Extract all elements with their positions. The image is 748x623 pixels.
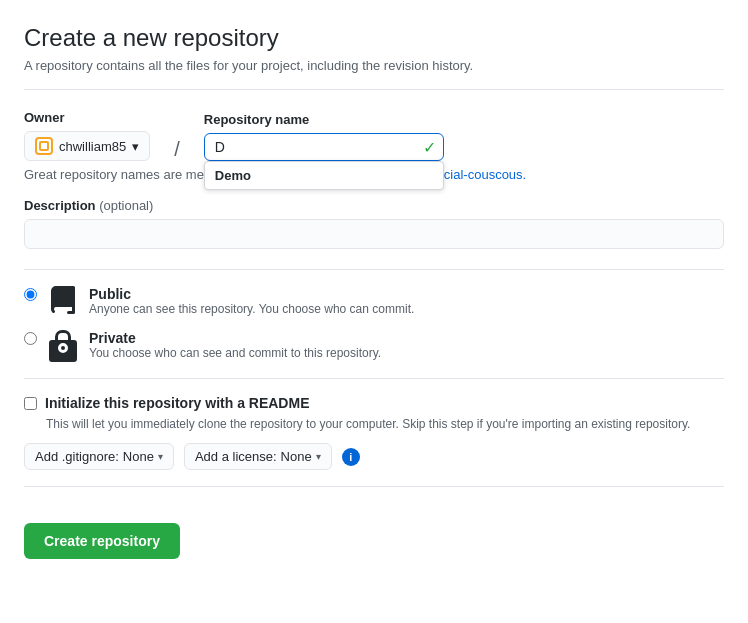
page-subtitle: A repository contains all the files for … xyxy=(24,58,724,73)
private-lock-icon xyxy=(47,330,79,362)
dropdown-row: Add .gitignore: None ▾ Add a license: No… xyxy=(24,443,724,470)
page-title: Create a new repository xyxy=(24,24,724,52)
init-description: This will let you immediately clone the … xyxy=(46,417,724,431)
valid-check-icon: ✓ xyxy=(423,138,436,157)
visibility-divider xyxy=(24,269,724,270)
init-checkbox[interactable] xyxy=(24,397,37,410)
description-label: Description (optional) xyxy=(24,198,724,213)
license-arrow: ▾ xyxy=(316,451,321,462)
private-sublabel: You choose who can see and commit to thi… xyxy=(89,346,381,360)
public-label: Public xyxy=(89,286,414,302)
header-divider xyxy=(24,89,724,90)
owner-dropdown[interactable]: chwilliam85 ▾ xyxy=(24,131,150,161)
public-book-icon xyxy=(47,286,79,318)
initialize-divider xyxy=(24,378,724,379)
create-repository-button[interactable]: Create repository xyxy=(24,523,180,559)
description-section: Description (optional) xyxy=(24,198,724,249)
license-label: Add a license: xyxy=(195,449,277,464)
repo-name-input[interactable] xyxy=(204,133,444,161)
license-dropdown[interactable]: Add a license: None ▾ xyxy=(184,443,332,470)
autocomplete-item[interactable]: Demo xyxy=(205,162,443,189)
public-radio[interactable] xyxy=(24,288,37,301)
public-option: Public Anyone can see this repository. Y… xyxy=(24,286,724,318)
public-sublabel: Anyone can see this repository. You choo… xyxy=(89,302,414,316)
repo-input-wrapper: ✓ Demo xyxy=(204,133,444,161)
private-radio[interactable] xyxy=(24,332,37,345)
description-input[interactable] xyxy=(24,219,724,249)
repo-name-label: Repository name xyxy=(204,112,444,127)
license-value: None xyxy=(281,449,312,464)
owner-dropdown-arrow: ▾ xyxy=(132,139,139,154)
submit-divider xyxy=(24,486,724,487)
init-label: Initialize this repository with a README xyxy=(45,395,309,411)
autocomplete-dropdown: Demo xyxy=(204,161,444,190)
init-checkbox-row: Initialize this repository with a README xyxy=(24,395,724,411)
public-text: Public Anyone can see this repository. Y… xyxy=(89,286,414,316)
info-icon[interactable]: i xyxy=(342,448,360,466)
private-option: Private You choose who can see and commi… xyxy=(24,330,724,362)
initialize-section: Initialize this repository with a README… xyxy=(24,395,724,470)
gitignore-dropdown[interactable]: Add .gitignore: None ▾ xyxy=(24,443,174,470)
gitignore-label: Add .gitignore: xyxy=(35,449,119,464)
gitignore-arrow: ▾ xyxy=(158,451,163,462)
owner-avatar-icon xyxy=(35,137,53,155)
gitignore-value: None xyxy=(123,449,154,464)
optional-label: (optional) xyxy=(99,198,153,213)
private-label: Private xyxy=(89,330,381,346)
private-text: Private You choose who can see and commi… xyxy=(89,330,381,360)
slash-separator: / xyxy=(174,138,180,161)
owner-name: chwilliam85 xyxy=(59,139,126,154)
owner-label: Owner xyxy=(24,110,150,125)
